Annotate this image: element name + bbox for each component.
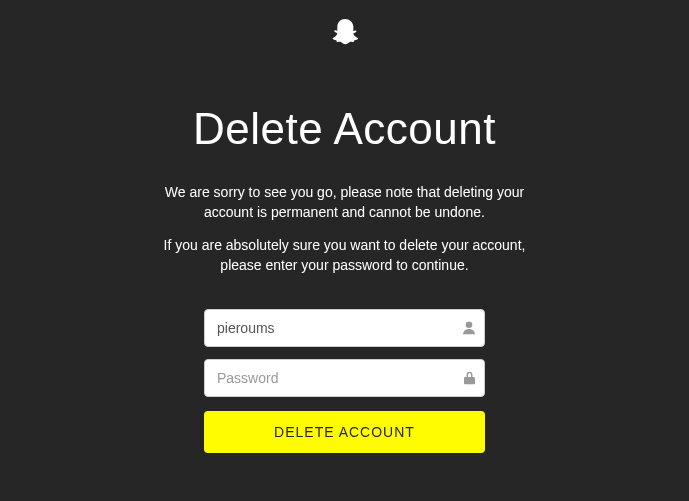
username-input[interactable] bbox=[204, 309, 485, 347]
lock-icon bbox=[464, 372, 475, 385]
page-title: Delete Account bbox=[193, 104, 496, 154]
confirm-text: If you are absolutely sure you want to d… bbox=[164, 235, 526, 276]
confirm-text-line1: If you are absolutely sure you want to d… bbox=[164, 237, 526, 253]
snapchat-logo-icon bbox=[328, 18, 362, 54]
confirm-text-line2: please enter your password to continue. bbox=[220, 257, 468, 273]
delete-account-button[interactable]: DELETE ACCOUNT bbox=[204, 411, 485, 453]
svg-point-0 bbox=[466, 322, 473, 329]
page-container: Delete Account We are sorry to see you g… bbox=[0, 0, 689, 453]
password-input[interactable] bbox=[204, 359, 485, 397]
warning-text: We are sorry to see you go, please note … bbox=[165, 182, 524, 223]
user-icon bbox=[463, 322, 475, 335]
username-field-wrap bbox=[204, 309, 485, 347]
warning-text-line1: We are sorry to see you go, please note … bbox=[165, 184, 524, 200]
warning-text-line2: account is permanent and cannot be undon… bbox=[204, 204, 485, 220]
password-field-wrap bbox=[204, 359, 485, 397]
delete-form: DELETE ACCOUNT bbox=[204, 309, 485, 453]
